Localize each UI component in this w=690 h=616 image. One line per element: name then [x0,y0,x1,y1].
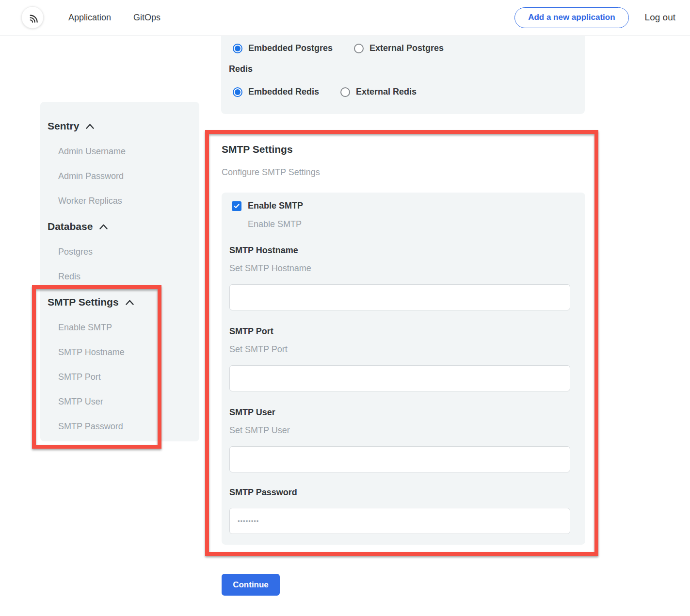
nav-right: Add a new application Log out [514,7,675,28]
add-new-application-button[interactable]: Add a new application [514,7,628,28]
sidebar-item-worker-replicas[interactable]: Worker Replicas [58,189,199,213]
sidebar-item-smtp-password[interactable]: SMTP Password [58,414,199,439]
smtp-hostname-label: SMTP Hostname [229,245,570,256]
smtp-hostname-field-group: SMTP Hostname Set SMTP Hostname [229,245,570,310]
sidebar-group-title: SMTP Settings [48,296,119,308]
nav-links: Application GitOps [68,13,160,23]
config-nav-sidebar: Sentry Admin Username Admin Password Wor… [40,102,199,441]
smtp-card-title: SMTP Settings [222,144,582,155]
logout-link[interactable]: Log out [645,12,675,23]
sentry-logo-icon [26,11,39,24]
sidebar-item-admin-username[interactable]: Admin Username [58,139,199,164]
checkbox-checked-icon[interactable] [232,201,241,211]
chevron-up-icon [99,224,108,229]
radio-selected-icon[interactable] [233,44,242,53]
radio-external-redis[interactable]: External Redis [340,87,417,97]
radio-embedded-redis[interactable]: Embedded Redis [233,87,319,97]
enable-smtp-label: Enable SMTP [248,201,303,211]
redis-group-label: Redis [229,64,573,74]
radio-label: Embedded Redis [248,87,319,97]
sidebar-group-smtp-settings[interactable]: SMTP Settings [48,289,199,315]
enable-smtp-help: Enable SMTP [248,219,570,229]
smtp-port-input[interactable] [229,365,570,391]
radio-label: External Postgres [369,43,444,53]
smtp-password-field-group: SMTP Password [229,487,570,534]
smtp-port-field-group: SMTP Port Set SMTP Port [229,326,570,391]
sidebar-group-title: Sentry [48,120,79,132]
smtp-hostname-help: Set SMTP Hostname [229,263,570,274]
radio-unselected-icon[interactable] [354,44,364,53]
enable-smtp-checkbox-row[interactable]: Enable SMTP [232,201,570,211]
sidebar-item-smtp-port[interactable]: SMTP Port [58,365,199,389]
top-navbar: Application GitOps Add a new application… [0,0,690,35]
chevron-up-icon [86,124,94,129]
smtp-password-input[interactable] [229,508,570,534]
smtp-user-help: Set SMTP User [229,425,570,436]
smtp-card-subtitle: Configure SMTP Settings [222,167,582,178]
sidebar-item-enable-smtp[interactable]: Enable SMTP [58,315,199,340]
radio-label: External Redis [356,87,417,97]
smtp-port-label: SMTP Port [229,326,570,337]
radio-unselected-icon[interactable] [340,87,350,97]
radio-external-postgres[interactable]: External Postgres [354,43,444,53]
smtp-user-label: SMTP User [229,407,570,418]
smtp-user-field-group: SMTP User Set SMTP User [229,407,570,472]
smtp-password-label: SMTP Password [229,487,570,498]
database-options-card: Embedded Postgres External Postgres Redi… [221,36,585,114]
nav-link-gitops[interactable]: GitOps [133,13,160,23]
smtp-user-input[interactable] [229,446,570,472]
sidebar-item-admin-password[interactable]: Admin Password [58,164,199,189]
chevron-up-icon [126,300,134,305]
sidebar-item-postgres[interactable]: Postgres [58,240,199,264]
redis-radio-group: Embedded Redis External Redis [233,87,573,97]
nav-link-application[interactable]: Application [68,13,111,23]
postgres-radio-group: Embedded Postgres External Postgres [233,43,573,53]
app-logo[interactable] [21,6,44,29]
smtp-form-card: Enable SMTP Enable SMTP SMTP Hostname Se… [222,193,585,545]
smtp-hostname-input[interactable] [229,284,570,310]
radio-embedded-postgres[interactable]: Embedded Postgres [233,43,333,53]
continue-button[interactable]: Continue [222,574,280,596]
smtp-settings-card: SMTP Settings Configure SMTP Settings En… [205,130,598,556]
sidebar-item-redis[interactable]: Redis [58,264,199,289]
sidebar-group-sentry[interactable]: Sentry [48,113,199,139]
sidebar-item-smtp-hostname[interactable]: SMTP Hostname [58,340,199,365]
smtp-port-help: Set SMTP Port [229,344,570,355]
radio-selected-icon[interactable] [233,87,242,97]
sidebar-group-database[interactable]: Database [48,213,199,240]
radio-label: Embedded Postgres [248,43,333,53]
sidebar-item-smtp-user[interactable]: SMTP User [58,389,199,414]
sidebar-group-title: Database [48,221,93,232]
